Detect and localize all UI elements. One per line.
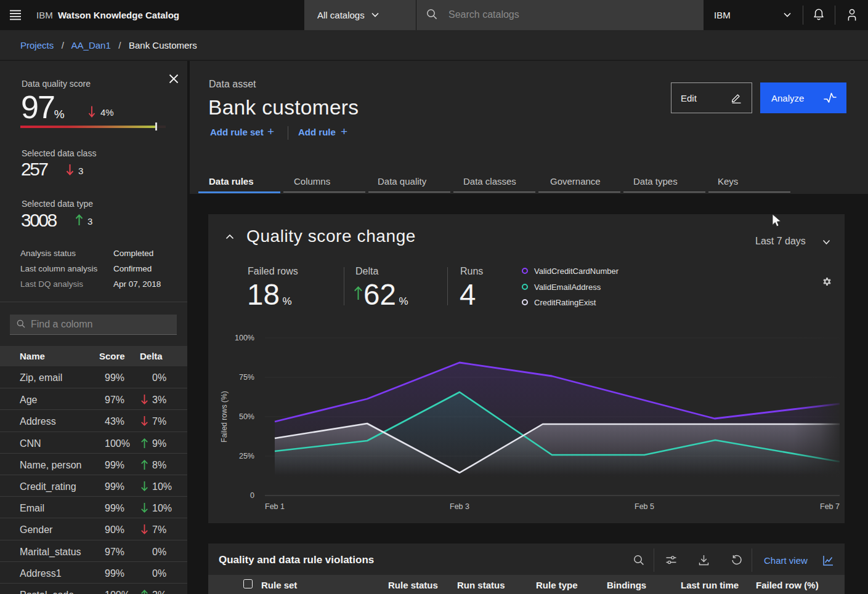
svg-text:Feb 5: Feb 5 (635, 502, 654, 511)
svg-text:Feb 1: Feb 1 (265, 502, 285, 511)
svg-text:50%: 50% (239, 412, 254, 421)
svg-text:Feb 3: Feb 3 (450, 502, 469, 511)
svg-text:100%: 100% (235, 334, 254, 342)
svg-text:Failed rows (%): Failed rows (%) (220, 391, 229, 442)
svg-text:75%: 75% (239, 373, 254, 382)
svg-text:Feb 7: Feb 7 (820, 502, 840, 511)
svg-text:0: 0 (250, 491, 254, 500)
svg-text:25%: 25% (239, 452, 254, 460)
